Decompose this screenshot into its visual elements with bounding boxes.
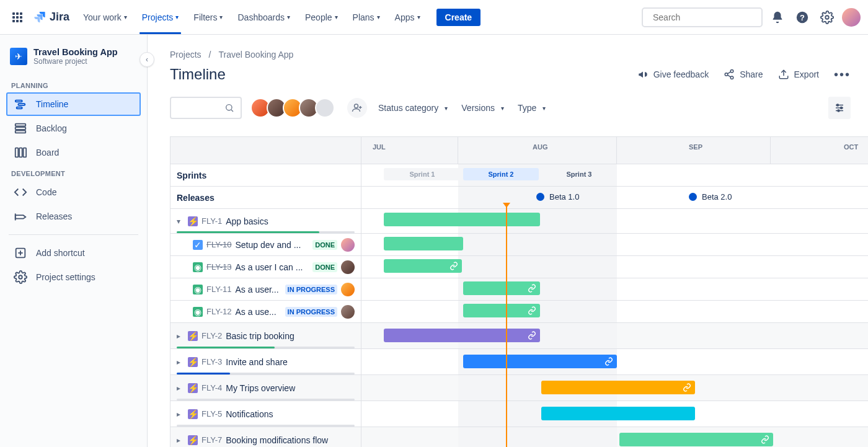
jira-logo[interactable]: Jira [32, 10, 69, 25]
chevron-right-icon[interactable]: ▸ [177, 384, 188, 392]
epic-bar-fly-2[interactable] [384, 329, 540, 342]
gear-icon [820, 11, 834, 24]
svg-line-25 [231, 110, 233, 112]
svg-rect-9 [16, 127, 26, 130]
epic-bar-fly-1[interactable] [384, 213, 540, 226]
sidebar-item-releases[interactable]: Releases [6, 205, 141, 228]
epic-icon: ⚡ [188, 331, 198, 341]
chevron-right-icon[interactable]: ▸ [177, 436, 188, 445]
versions-filter[interactable]: Versions▾ [459, 99, 507, 117]
timeline-corner [170, 137, 361, 164]
epic-fly-3[interactable]: ▸ ⚡ FLY-3 Invite and share [170, 349, 361, 374]
give-feedback-button[interactable]: Give feedback [637, 69, 709, 80]
sidebar-item-backlog[interactable]: Backlog [6, 117, 141, 140]
notifications-button[interactable] [768, 7, 787, 27]
export-button[interactable]: Export [778, 69, 819, 80]
assignee-avatar[interactable] [341, 305, 355, 319]
status-done: DONE [312, 240, 337, 250]
section-development-title: Development [5, 165, 142, 180]
main-content: Projects / Travel Booking App Timeline G… [148, 35, 868, 447]
avatar-unassigned[interactable] [315, 98, 335, 118]
svg-rect-6 [18, 104, 25, 105]
sidebar-item-board[interactable]: Board [6, 141, 141, 164]
issue-fly-12[interactable]: ◉ FLY-12 As a use... IN PROGRESS [170, 301, 361, 322]
epic-fly-7[interactable]: ▸ ⚡ FLY-7 Booking modifications flow [170, 427, 361, 447]
project-header[interactable]: ✈ Travel Booking App Software project [5, 47, 142, 77]
add-shortcut-icon [14, 246, 27, 260]
release-beta-1[interactable]: Beta 1.0 [536, 192, 579, 201]
timeline-months-header: JUL AUG SEP OCT [361, 137, 868, 164]
app-switcher-button[interactable] [7, 7, 27, 27]
nav-apps[interactable]: Apps▾ [389, 9, 427, 26]
nav-people[interactable]: People▾ [299, 9, 344, 26]
filter-search[interactable] [170, 97, 242, 119]
share-button[interactable]: Share [724, 69, 763, 80]
settings-icon [14, 270, 27, 284]
issue-bar[interactable] [384, 237, 463, 250]
link-icon [528, 306, 536, 315]
svg-rect-11 [16, 148, 19, 157]
epic-bar-fly-5[interactable] [541, 407, 695, 420]
more-actions-button[interactable]: ••• [834, 68, 851, 81]
svg-point-34 [838, 110, 839, 112]
chevron-right-icon[interactable]: ▸ [177, 332, 188, 340]
issue-fly-13[interactable]: ◉ FLY-13 As a user I can ... DONE [170, 256, 361, 278]
assignee-avatar[interactable] [341, 260, 355, 274]
sidebar-collapse-button[interactable]: ‹ [140, 52, 154, 67]
nav-your-work[interactable]: Your work▾ [77, 9, 133, 26]
assignee-avatar[interactable] [341, 238, 355, 252]
sidebar-item-code[interactable]: Code [6, 180, 141, 204]
sprint-3[interactable]: Sprint 3 [541, 168, 617, 180]
story-icon: ◉ [193, 262, 203, 272]
sprint-1[interactable]: Sprint 1 [384, 168, 461, 180]
epic-fly-4[interactable]: ▸ ⚡ FLY-4 My Trips overview [170, 375, 361, 401]
release-beta-2[interactable]: Beta 2.0 [689, 192, 732, 201]
chevron-down-icon[interactable]: ▾ [177, 217, 188, 226]
epic-icon: ⚡ [188, 409, 198, 419]
timeline-icon [14, 97, 27, 111]
breadcrumb-projects[interactable]: Projects [170, 50, 202, 60]
help-button[interactable]: ? [792, 7, 812, 27]
svg-rect-12 [19, 148, 22, 157]
epic-fly-5[interactable]: ▸ ⚡ FLY-5 Notifications [170, 401, 361, 427]
epic-bar-fly-3[interactable] [463, 355, 617, 368]
assignee-avatar[interactable] [341, 283, 355, 296]
issue-fly-10[interactable]: ✓ FLY-10 Setup dev and ... DONE [170, 234, 361, 255]
link-icon [761, 435, 769, 444]
issue-fly-11[interactable]: ◉ FLY-11 As a user... IN PROGRESS [170, 278, 361, 300]
view-settings-button[interactable] [828, 97, 851, 119]
epic-bar-fly-7[interactable] [619, 433, 773, 446]
chevron-right-icon[interactable]: ▸ [177, 410, 188, 418]
issue-bar[interactable] [463, 304, 540, 317]
issue-bar[interactable] [384, 259, 462, 273]
top-nav: Jira Your work▾ Projects▾ Filters▾ Dashb… [0, 0, 868, 35]
profile-avatar[interactable] [842, 8, 861, 27]
nav-plans[interactable]: Plans▾ [347, 9, 386, 26]
jira-logo-text: Jira [50, 11, 69, 24]
type-filter[interactable]: Type▾ [515, 99, 548, 117]
settings-button[interactable] [817, 7, 837, 27]
issue-bar[interactable] [463, 281, 540, 295]
add-people-button[interactable] [347, 98, 367, 118]
assignee-filter[interactable] [250, 98, 335, 118]
breadcrumb-current[interactable]: Travel Booking App [218, 50, 293, 60]
svg-point-17 [19, 275, 22, 279]
global-search[interactable] [642, 7, 763, 27]
sprint-2[interactable]: Sprint 2 [463, 168, 539, 180]
nav-projects[interactable]: Projects▾ [136, 9, 185, 26]
sidebar-add-shortcut[interactable]: Add shortcut [6, 241, 141, 265]
search-input[interactable] [653, 12, 761, 22]
status-category-filter[interactable]: Status category▾ [376, 99, 450, 117]
sidebar-item-timeline[interactable]: Timeline [6, 92, 141, 116]
nav-filters[interactable]: Filters▾ [187, 9, 229, 26]
bell-icon [771, 11, 784, 24]
sidebar-project-settings[interactable]: Project settings [6, 265, 141, 289]
releases-label: Releases [170, 187, 361, 208]
create-button[interactable]: Create [436, 9, 481, 26]
epic-bar-fly-4[interactable] [541, 381, 695, 394]
chevron-right-icon[interactable]: ▸ [177, 358, 188, 366]
svg-text:?: ? [800, 12, 805, 22]
epic-fly-2[interactable]: ▸ ⚡ FLY-2 Basic trip booking [170, 323, 361, 348]
nav-dashboards[interactable]: Dashboards▾ [231, 9, 296, 26]
epic-fly-1[interactable]: ▾ ⚡ FLY-1 App basics [170, 209, 361, 233]
